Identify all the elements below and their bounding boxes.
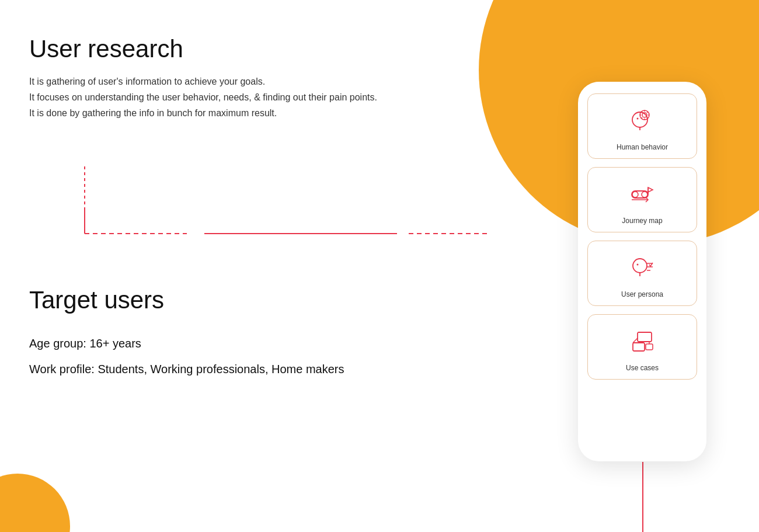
svg-point-25 [633, 259, 647, 273]
human-behavior-icon [625, 103, 660, 138]
card-user-persona[interactable]: User persona [587, 241, 697, 306]
svg-line-33 [633, 338, 638, 343]
svg-line-14 [647, 112, 647, 113]
svg-line-11 [642, 112, 642, 113]
card-human-behavior[interactable]: Human behavior [587, 93, 697, 159]
svg-marker-23 [648, 187, 653, 192]
card-use-cases-label: Use cases [626, 364, 659, 372]
card-user-persona-label: User persona [621, 290, 663, 298]
svg-rect-32 [633, 343, 645, 351]
svg-line-12 [647, 117, 647, 118]
target-users-title: Target users [29, 286, 438, 314]
phone-mockup: Human behavior Journey map [578, 82, 706, 461]
card-journey-map[interactable]: Journey map [587, 167, 697, 232]
card-journey-map-label: Journey map [622, 217, 662, 225]
red-line-bottom [642, 462, 643, 532]
svg-point-20 [642, 192, 647, 197]
user-research-title: User research [29, 35, 426, 63]
target-info: Age group: 16+ years Work profile: Stude… [29, 331, 438, 382]
card-human-behavior-label: Human behavior [617, 143, 668, 151]
svg-rect-34 [646, 344, 653, 350]
journey-map-icon [625, 177, 660, 212]
user-research-description: It is gathering of user's information to… [29, 74, 391, 121]
svg-point-17 [637, 118, 639, 120]
svg-rect-31 [638, 332, 652, 342]
svg-line-13 [642, 117, 642, 118]
svg-point-6 [640, 110, 649, 120]
age-group: Age group: 16+ years [29, 331, 438, 356]
orange-circle-bottom [0, 474, 70, 532]
user-research-section: User research It is gathering of user's … [29, 35, 426, 121]
use-cases-icon [625, 324, 660, 359]
svg-point-19 [632, 192, 638, 197]
chart-area [70, 164, 490, 251]
card-use-cases[interactable]: Use cases [587, 314, 697, 380]
user-persona-icon [625, 251, 660, 286]
work-profile: Work profile: Students, Working professi… [29, 356, 438, 382]
target-users-section: Target users Age group: 16+ years Work p… [29, 286, 438, 382]
svg-point-27 [637, 264, 639, 266]
